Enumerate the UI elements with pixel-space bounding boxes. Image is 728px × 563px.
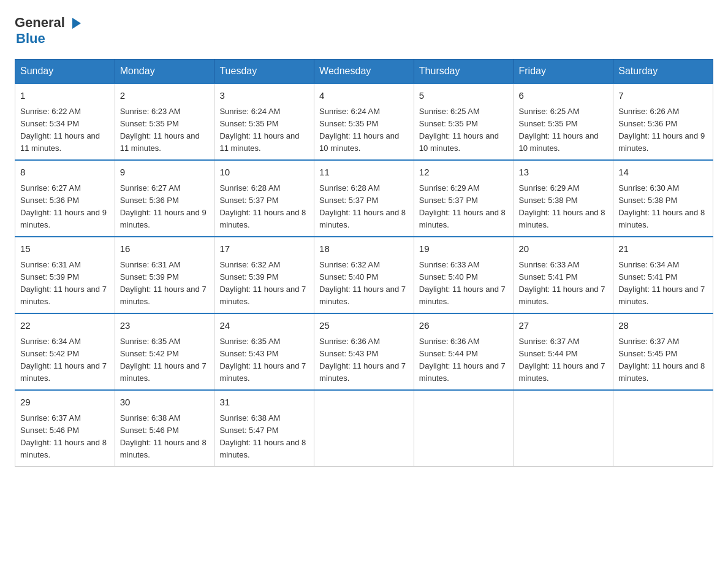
day-info: Sunrise: 6:28 AMSunset: 5:37 PMDaylight:… xyxy=(219,183,306,229)
calendar-week-row: 1Sunrise: 6:22 AMSunset: 5:34 PMDaylight… xyxy=(15,83,713,160)
day-info: Sunrise: 6:33 AMSunset: 5:40 PMDaylight:… xyxy=(419,260,506,306)
calendar-cell xyxy=(514,390,613,467)
day-number: 12 xyxy=(419,166,509,180)
day-info: Sunrise: 6:29 AMSunset: 5:38 PMDaylight:… xyxy=(519,183,605,229)
column-header-saturday: Saturday xyxy=(613,59,713,84)
calendar-cell: 1Sunrise: 6:22 AMSunset: 5:34 PMDaylight… xyxy=(15,83,115,160)
column-header-friday: Friday xyxy=(514,59,613,84)
day-number: 3 xyxy=(219,89,309,103)
calendar-cell: 27Sunrise: 6:37 AMSunset: 5:44 PMDayligh… xyxy=(514,313,613,390)
calendar-cell: 3Sunrise: 6:24 AMSunset: 5:35 PMDaylight… xyxy=(214,83,314,160)
day-number: 4 xyxy=(319,89,409,103)
day-number: 29 xyxy=(20,396,110,410)
calendar-cell: 15Sunrise: 6:31 AMSunset: 5:39 PMDayligh… xyxy=(15,237,115,313)
calendar-week-row: 29Sunrise: 6:37 AMSunset: 5:46 PMDayligh… xyxy=(15,390,713,467)
day-number: 14 xyxy=(618,166,708,180)
calendar-cell: 12Sunrise: 6:29 AMSunset: 5:37 PMDayligh… xyxy=(414,160,514,237)
day-number: 20 xyxy=(519,242,609,256)
day-info: Sunrise: 6:38 AMSunset: 5:46 PMDaylight:… xyxy=(120,413,207,459)
day-info: Sunrise: 6:35 AMSunset: 5:42 PMDaylight:… xyxy=(120,337,207,383)
calendar-cell: 2Sunrise: 6:23 AMSunset: 5:35 PMDaylight… xyxy=(115,83,214,160)
calendar-cell: 31Sunrise: 6:38 AMSunset: 5:47 PMDayligh… xyxy=(214,390,314,467)
day-info: Sunrise: 6:31 AMSunset: 5:39 PMDaylight:… xyxy=(20,260,107,306)
calendar-cell: 8Sunrise: 6:27 AMSunset: 5:36 PMDaylight… xyxy=(15,160,115,237)
day-info: Sunrise: 6:32 AMSunset: 5:40 PMDaylight:… xyxy=(319,260,406,306)
calendar-cell: 28Sunrise: 6:37 AMSunset: 5:45 PMDayligh… xyxy=(613,313,713,390)
day-number: 27 xyxy=(519,319,609,333)
day-info: Sunrise: 6:35 AMSunset: 5:43 PMDaylight:… xyxy=(219,337,306,383)
day-number: 16 xyxy=(120,242,210,256)
day-info: Sunrise: 6:30 AMSunset: 5:38 PMDaylight:… xyxy=(618,183,705,229)
column-header-tuesday: Tuesday xyxy=(214,59,314,84)
day-info: Sunrise: 6:37 AMSunset: 5:46 PMDaylight:… xyxy=(20,413,107,459)
logo-text: General xyxy=(15,15,83,31)
day-info: Sunrise: 6:37 AMSunset: 5:44 PMDaylight:… xyxy=(519,337,605,383)
day-number: 7 xyxy=(618,89,708,103)
day-info: Sunrise: 6:34 AMSunset: 5:42 PMDaylight:… xyxy=(20,337,107,383)
day-info: Sunrise: 6:24 AMSunset: 5:35 PMDaylight:… xyxy=(319,107,399,153)
calendar-week-row: 15Sunrise: 6:31 AMSunset: 5:39 PMDayligh… xyxy=(15,237,713,313)
day-number: 22 xyxy=(20,319,110,333)
calendar-cell xyxy=(414,390,514,467)
day-number: 2 xyxy=(120,89,210,103)
day-number: 10 xyxy=(219,166,309,180)
calendar-cell: 30Sunrise: 6:38 AMSunset: 5:46 PMDayligh… xyxy=(115,390,214,467)
day-info: Sunrise: 6:25 AMSunset: 5:35 PMDaylight:… xyxy=(419,107,499,153)
day-number: 15 xyxy=(20,242,110,256)
day-number: 26 xyxy=(419,319,509,333)
calendar-cell: 5Sunrise: 6:25 AMSunset: 5:35 PMDaylight… xyxy=(414,83,514,160)
day-number: 11 xyxy=(319,166,409,180)
calendar-week-row: 8Sunrise: 6:27 AMSunset: 5:36 PMDaylight… xyxy=(15,160,713,237)
day-number: 18 xyxy=(319,242,409,256)
calendar-cell: 19Sunrise: 6:33 AMSunset: 5:40 PMDayligh… xyxy=(414,237,514,313)
day-number: 23 xyxy=(120,319,210,333)
calendar-cell: 26Sunrise: 6:36 AMSunset: 5:44 PMDayligh… xyxy=(414,313,514,390)
calendar-cell: 16Sunrise: 6:31 AMSunset: 5:39 PMDayligh… xyxy=(115,237,214,313)
svg-marker-0 xyxy=(72,18,81,29)
day-info: Sunrise: 6:31 AMSunset: 5:39 PMDaylight:… xyxy=(120,260,207,306)
calendar-cell: 4Sunrise: 6:24 AMSunset: 5:35 PMDaylight… xyxy=(314,83,414,160)
logo: General Blue xyxy=(15,15,83,47)
calendar-cell: 6Sunrise: 6:25 AMSunset: 5:35 PMDaylight… xyxy=(514,83,613,160)
day-info: Sunrise: 6:37 AMSunset: 5:45 PMDaylight:… xyxy=(618,337,705,383)
calendar-cell xyxy=(613,390,713,467)
calendar-cell: 18Sunrise: 6:32 AMSunset: 5:40 PMDayligh… xyxy=(314,237,414,313)
calendar-week-row: 22Sunrise: 6:34 AMSunset: 5:42 PMDayligh… xyxy=(15,313,713,390)
day-info: Sunrise: 6:34 AMSunset: 5:41 PMDaylight:… xyxy=(618,260,705,306)
calendar-cell: 20Sunrise: 6:33 AMSunset: 5:41 PMDayligh… xyxy=(514,237,613,313)
day-info: Sunrise: 6:23 AMSunset: 5:35 PMDaylight:… xyxy=(120,107,200,153)
column-header-thursday: Thursday xyxy=(414,59,514,84)
calendar-cell: 23Sunrise: 6:35 AMSunset: 5:42 PMDayligh… xyxy=(115,313,214,390)
calendar-table: SundayMondayTuesdayWednesdayThursdayFrid… xyxy=(15,59,713,467)
calendar-cell: 29Sunrise: 6:37 AMSunset: 5:46 PMDayligh… xyxy=(15,390,115,467)
day-info: Sunrise: 6:29 AMSunset: 5:37 PMDaylight:… xyxy=(419,183,506,229)
day-info: Sunrise: 6:24 AMSunset: 5:35 PMDaylight:… xyxy=(219,107,299,153)
day-number: 21 xyxy=(618,242,708,256)
day-number: 17 xyxy=(219,242,309,256)
calendar-cell: 21Sunrise: 6:34 AMSunset: 5:41 PMDayligh… xyxy=(613,237,713,313)
column-header-monday: Monday xyxy=(115,59,214,84)
day-info: Sunrise: 6:27 AMSunset: 5:36 PMDaylight:… xyxy=(120,183,207,229)
calendar-cell: 11Sunrise: 6:28 AMSunset: 5:37 PMDayligh… xyxy=(314,160,414,237)
day-info: Sunrise: 6:25 AMSunset: 5:35 PMDaylight:… xyxy=(519,107,599,153)
day-info: Sunrise: 6:32 AMSunset: 5:39 PMDaylight:… xyxy=(219,260,306,306)
calendar-cell: 10Sunrise: 6:28 AMSunset: 5:37 PMDayligh… xyxy=(214,160,314,237)
day-info: Sunrise: 6:26 AMSunset: 5:36 PMDaylight:… xyxy=(618,107,705,153)
calendar-header-row: SundayMondayTuesdayWednesdayThursdayFrid… xyxy=(15,59,713,84)
column-header-wednesday: Wednesday xyxy=(314,59,414,84)
day-info: Sunrise: 6:38 AMSunset: 5:47 PMDaylight:… xyxy=(219,413,306,459)
day-info: Sunrise: 6:36 AMSunset: 5:43 PMDaylight:… xyxy=(319,337,406,383)
day-number: 31 xyxy=(219,396,309,410)
day-number: 5 xyxy=(419,89,509,103)
day-number: 19 xyxy=(419,242,509,256)
day-info: Sunrise: 6:28 AMSunset: 5:37 PMDaylight:… xyxy=(319,183,406,229)
day-number: 1 xyxy=(20,89,110,103)
day-info: Sunrise: 6:33 AMSunset: 5:41 PMDaylight:… xyxy=(519,260,605,306)
day-number: 30 xyxy=(120,396,210,410)
calendar-cell: 24Sunrise: 6:35 AMSunset: 5:43 PMDayligh… xyxy=(214,313,314,390)
column-header-sunday: Sunday xyxy=(15,59,115,84)
day-number: 6 xyxy=(519,89,609,103)
day-number: 9 xyxy=(120,166,210,180)
logo-blue: Blue xyxy=(16,31,45,46)
calendar-cell: 9Sunrise: 6:27 AMSunset: 5:36 PMDaylight… xyxy=(115,160,214,237)
